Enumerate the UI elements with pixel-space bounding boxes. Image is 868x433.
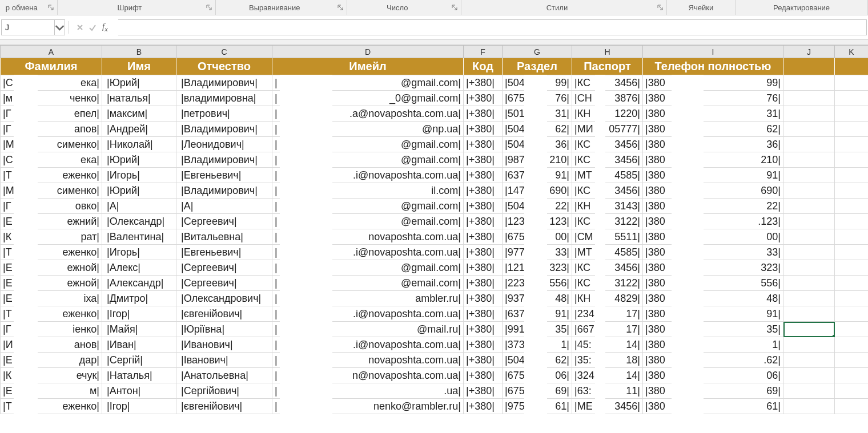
table-row[interactable]: |мченко||наталья||владимировна||_0@gmail… — [1, 91, 869, 106]
cell[interactable]: |мченко| — [1, 91, 102, 106]
table-row[interactable]: |Еіха||Дмитро||Олександрович||ambler.ru|… — [1, 291, 869, 306]
cell[interactable]: |Гіенко| — [1, 322, 102, 337]
cell[interactable]: |КН4829| — [572, 291, 643, 306]
name-box[interactable] — [1, 19, 65, 35]
cell[interactable]: |+380| — [464, 91, 503, 106]
cell[interactable]: |50131| — [503, 106, 572, 122]
table-header-cell[interactable]: Паспорт — [572, 58, 643, 75]
cell[interactable] — [835, 122, 869, 137]
cell[interactable]: |Теженко| — [1, 306, 102, 322]
cell[interactable]: |+380| — [464, 306, 503, 322]
column-header-D[interactable]: D — [272, 46, 464, 58]
cell[interactable]: |+380| — [464, 260, 503, 276]
cell[interactable] — [835, 91, 869, 106]
cell[interactable] — [783, 383, 835, 399]
cell[interactable]: |КС3456| — [572, 183, 643, 199]
dialog-launcher-icon[interactable] — [47, 3, 55, 11]
cell[interactable]: |@np.ua| — [272, 122, 464, 137]
cell[interactable] — [835, 245, 869, 260]
cell[interactable] — [783, 122, 835, 137]
cell[interactable]: |67576| — [503, 91, 572, 106]
cell[interactable]: |+380| — [464, 368, 503, 383]
cell[interactable]: |66717| — [572, 322, 643, 337]
table-row[interactable]: |Теженко||Ігор||євгенійович||.i@novaposh… — [1, 306, 869, 322]
cell[interactable]: |novaposhta.com.ua| — [272, 353, 464, 368]
cell[interactable]: |+380| — [464, 168, 503, 183]
cell[interactable]: |МТ4585| — [572, 168, 643, 183]
cell[interactable]: |@gmail.com| — [272, 199, 464, 214]
cell[interactable]: |Сергеевич| — [176, 260, 272, 276]
cell[interactable]: |Антон| — [102, 383, 176, 399]
cell[interactable]: |38069| — [643, 383, 783, 399]
cell[interactable]: |Валентина| — [102, 229, 176, 245]
cell[interactable]: |@email.com| — [272, 276, 464, 291]
cell[interactable]: |+380| — [464, 106, 503, 122]
cell[interactable]: |КН3143| — [572, 199, 643, 214]
column-header-J[interactable]: J — [783, 46, 835, 58]
table-row[interactable]: |Гапов||Андрей||Владимирович||@np.ua||+3… — [1, 122, 869, 137]
cell[interactable] — [835, 306, 869, 322]
cell[interactable] — [835, 322, 869, 337]
cell[interactable]: |il.com| — [272, 183, 464, 199]
dialog-launcher-icon[interactable] — [336, 3, 344, 11]
cell[interactable]: |Николай| — [102, 137, 176, 152]
cell[interactable]: |Ианов| — [1, 337, 102, 353]
cell[interactable]: |Евгеньевич| — [176, 245, 272, 260]
cell[interactable] — [783, 276, 835, 291]
cell[interactable]: |ambler.ru| — [272, 291, 464, 306]
cell[interactable] — [783, 199, 835, 214]
spreadsheet-grid[interactable]: ABCDFGHIJK ФамилияИмяОтчествоИмейлКодРаз… — [0, 45, 868, 414]
dialog-launcher-icon[interactable] — [656, 3, 664, 11]
cell[interactable]: |КС3122| — [572, 276, 643, 291]
cell[interactable]: |Ем| — [1, 383, 102, 399]
cell[interactable]: |121323| — [503, 260, 572, 276]
cell[interactable] — [783, 353, 835, 368]
cell[interactable]: |Александр| — [102, 276, 176, 291]
table-row[interactable]: |Едар||Сергій||Іванович||novaposhta.com.… — [1, 353, 869, 368]
cell[interactable]: |наталья| — [102, 91, 176, 106]
cell[interactable] — [835, 199, 869, 214]
cell[interactable]: |n@novaposhta.com.ua| — [272, 368, 464, 383]
cell[interactable]: |Наталья| — [102, 368, 176, 383]
cell[interactable]: |novaposhta.com.ua| — [272, 229, 464, 245]
table-header-cell[interactable]: Раздел — [503, 58, 572, 75]
cell[interactable]: |63791| — [503, 306, 572, 322]
cell[interactable]: |Владимирович| — [176, 152, 272, 168]
table-row[interactable]: |Крат||Валентина||Витальевна||novaposhta… — [1, 229, 869, 245]
cell[interactable] — [783, 245, 835, 260]
cell[interactable]: |.i@novaposhta.com.ua| — [272, 168, 464, 183]
column-header-G[interactable]: G — [503, 46, 572, 58]
cell[interactable]: |А| — [102, 199, 176, 214]
cell[interactable]: |Мсименко| — [1, 183, 102, 199]
table-row[interactable]: |Теженко||Ігор||євгенійович||nenko@rambl… — [1, 399, 869, 414]
cell[interactable]: |50462| — [503, 122, 572, 137]
cell[interactable]: |Игорь| — [102, 245, 176, 260]
cell[interactable]: |Теженко| — [1, 399, 102, 414]
cell[interactable] — [835, 276, 869, 291]
table-header-cell[interactable]: Фамилия — [1, 58, 102, 75]
cell[interactable]: |Майя| — [102, 322, 176, 337]
cell[interactable]: |Олександрович| — [176, 291, 272, 306]
cell[interactable]: |38033| — [643, 245, 783, 260]
cell[interactable]: |.i@novaposhta.com.ua| — [272, 306, 464, 322]
cell[interactable]: |97733| — [503, 245, 572, 260]
cell[interactable]: |Сергій| — [102, 353, 176, 368]
cell[interactable] — [835, 214, 869, 229]
cell[interactable]: |147690| — [503, 183, 572, 199]
cell[interactable]: |380556| — [643, 276, 783, 291]
cell[interactable]: |Крат| — [1, 229, 102, 245]
cell[interactable]: |+380| — [464, 137, 503, 152]
cell[interactable]: |380323| — [643, 260, 783, 276]
cell[interactable] — [783, 291, 835, 306]
cell[interactable]: |Витальевна| — [176, 229, 272, 245]
cell[interactable]: |93748| — [503, 291, 572, 306]
cell[interactable]: |Алекс| — [102, 260, 176, 276]
cell[interactable]: |380210| — [643, 152, 783, 168]
cell[interactable] — [783, 399, 835, 414]
cell[interactable] — [835, 383, 869, 399]
cell[interactable] — [835, 168, 869, 183]
cell[interactable]: |+380| — [464, 183, 503, 199]
cell[interactable]: |67500| — [503, 229, 572, 245]
cell[interactable]: |КС3122| — [572, 214, 643, 229]
cell[interactable]: |+380| — [464, 199, 503, 214]
